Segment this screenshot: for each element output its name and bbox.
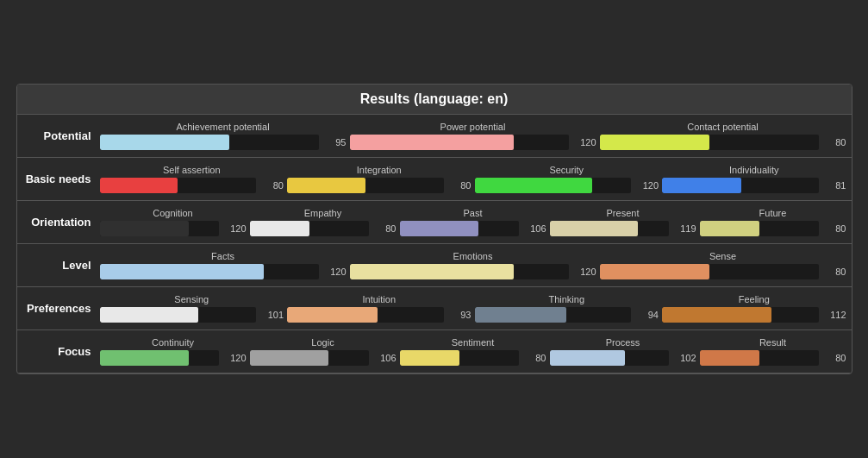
metrics-group-4: Sensing101Intuition93Thinking94Feeling11…: [100, 294, 846, 323]
bar-bg-1-0: [100, 178, 257, 193]
bar-row-1-0: 80: [100, 178, 284, 193]
bar-value-2-2: 106: [522, 223, 546, 234]
metric-label-2-4: Future: [700, 208, 846, 218]
bar-bg-3-0: [100, 264, 319, 279]
bar-value-5-0: 120: [222, 353, 247, 363]
metric-label-5-2: Sentiment: [400, 337, 546, 348]
bar-row-5-2: 80: [400, 350, 546, 366]
metric-label-4-1: Intuition: [287, 294, 471, 304]
metric-label-3-1: Emotions: [350, 251, 596, 261]
metric-label-5-1: Logic: [250, 337, 397, 348]
bar-bg-4-3: [662, 307, 819, 323]
bar-row-4-2: 94: [475, 307, 659, 323]
metric-0-0: Achievement potential95: [100, 122, 347, 150]
bar-fill-3-1: [350, 264, 515, 279]
metric-0-2: Contact potential80: [600, 122, 846, 150]
bar-row-3-2: 80: [600, 264, 846, 279]
bar-row-2-2: 106: [400, 221, 546, 236]
row-label-1: Basic needs: [22, 173, 100, 185]
metric-label-0-1: Power potential: [350, 122, 596, 132]
row-label-5: Focus: [22, 345, 100, 358]
bar-row-4-0: 101: [100, 307, 284, 323]
bar-value-5-1: 106: [372, 353, 397, 363]
bar-value-2-3: 119: [672, 223, 696, 234]
metric-2-4: Future80: [700, 208, 846, 236]
bar-fill-1-1: [287, 178, 365, 193]
bar-row-2-0: 120: [100, 221, 247, 236]
metric-1-2: Security120: [475, 165, 659, 193]
metric-label-4-3: Feeling: [662, 294, 846, 304]
metric-label-5-0: Continuity: [100, 337, 247, 348]
bar-row-1-3: 81: [662, 178, 846, 193]
bar-fill-1-2: [475, 178, 592, 193]
bar-value-3-0: 120: [322, 267, 347, 277]
row-label-4: Preferences: [22, 302, 100, 315]
bar-row-0-1: 120: [350, 135, 596, 150]
bar-bg-5-2: [400, 350, 519, 366]
metric-5-4: Result80: [700, 337, 846, 366]
row-label-3: Level: [22, 259, 100, 272]
metric-4-3: Feeling112: [662, 294, 846, 323]
bar-bg-4-0: [100, 307, 257, 323]
bar-bg-0-0: [100, 135, 319, 150]
bar-bg-2-1: [250, 221, 369, 236]
bar-fill-3-2: [600, 264, 709, 279]
title-bar: Results (language: en): [17, 85, 852, 115]
metric-5-0: Continuity120: [100, 337, 247, 366]
row-level: LevelFacts120Emotions120Sense80: [17, 244, 852, 287]
bar-row-5-3: 102: [550, 350, 696, 366]
bar-bg-5-3: [550, 350, 669, 366]
bar-row-1-1: 80: [287, 178, 471, 193]
bar-value-0-1: 120: [572, 137, 596, 147]
row-label-2: Orientation: [22, 216, 100, 229]
bar-value-5-2: 80: [522, 353, 546, 363]
bar-fill-5-1: [250, 350, 328, 366]
bar-value-1-3: 81: [822, 180, 846, 191]
metrics-group-3: Facts120Emotions120Sense80: [100, 251, 846, 279]
bar-bg-1-2: [475, 178, 632, 193]
bar-bg-0-2: [600, 135, 819, 150]
bar-row-4-1: 93: [287, 307, 471, 323]
bar-row-3-1: 120: [350, 264, 596, 279]
bar-fill-3-0: [100, 264, 265, 279]
bar-bg-2-0: [100, 221, 219, 236]
bar-bg-4-2: [475, 307, 632, 323]
metric-label-1-2: Security: [475, 165, 659, 175]
bar-bg-2-3: [550, 221, 669, 236]
bar-fill-4-1: [287, 307, 378, 323]
metric-1-1: Integration80: [287, 165, 471, 193]
row-orientation: OrientationCognition120Empathy80Past106P…: [17, 201, 852, 244]
metric-4-2: Thinking94: [475, 294, 659, 323]
metric-label-5-4: Result: [700, 337, 846, 348]
metric-label-3-2: Sense: [600, 251, 846, 261]
bar-value-0-0: 95: [322, 137, 347, 147]
bar-row-1-2: 120: [475, 178, 659, 193]
metric-label-2-0: Cognition: [100, 208, 247, 218]
metric-2-0: Cognition120: [100, 208, 247, 236]
metric-label-1-0: Self assertion: [100, 165, 284, 175]
metric-0-1: Power potential120: [350, 122, 596, 150]
bar-bg-3-2: [600, 264, 819, 279]
bar-fill-0-1: [350, 135, 515, 150]
metrics-group-5: Continuity120Logic106Sentiment80Process1…: [100, 337, 846, 366]
metric-3-2: Sense80: [600, 251, 846, 279]
bar-value-1-0: 80: [259, 180, 284, 191]
bar-value-1-1: 80: [447, 180, 471, 191]
metric-5-3: Process102: [550, 337, 696, 366]
metric-3-1: Emotions120: [350, 251, 596, 279]
bar-row-0-2: 80: [600, 135, 846, 150]
metric-1-3: Individuality81: [662, 165, 846, 193]
metric-label-2-1: Empathy: [250, 208, 397, 218]
bar-fill-0-2: [600, 135, 709, 150]
metric-label-4-0: Sensing: [100, 294, 284, 304]
bar-value-2-0: 120: [222, 223, 247, 234]
bar-bg-2-2: [400, 221, 519, 236]
bar-fill-2-4: [700, 221, 759, 236]
bar-fill-5-2: [400, 350, 459, 366]
bar-bg-1-1: [287, 178, 444, 193]
bar-value-4-2: 94: [634, 310, 659, 320]
bar-fill-5-0: [100, 350, 190, 366]
bar-fill-2-1: [250, 221, 309, 236]
metric-4-1: Intuition93: [287, 294, 471, 323]
bar-value-5-4: 80: [822, 353, 846, 363]
